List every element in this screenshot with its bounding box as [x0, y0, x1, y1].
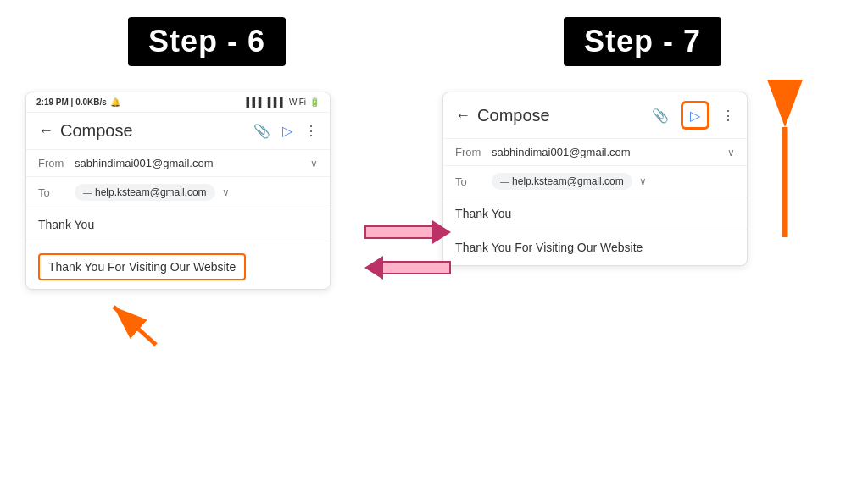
from-chevron-right: ∨: [727, 147, 735, 158]
signal-icons: ▌▌▌ ▌▌▌ WiFi 🔋: [246, 97, 320, 107]
left-arrow-head: [364, 256, 383, 280]
subject-field-left: Thank You: [26, 208, 330, 241]
subject-text-left: Thank You: [38, 218, 94, 231]
chip-icon-right: —: [500, 177, 509, 186]
send-icon-right: ▷: [690, 108, 700, 124]
left-panel-inner: Step - 6 2:19 PM | 0.0KB/s 🔔 ▌▌▌ ▌▌▌ WiF…: [25, 17, 388, 349]
status-bar-left: 2:19 PM | 0.0KB/s 🔔 ▌▌▌ ▌▌▌ WiFi 🔋: [26, 92, 330, 113]
right-arrow-head: [432, 220, 451, 244]
body-field-right: Thank You For Visiting Our Website: [443, 230, 747, 265]
right-arrow-body: [364, 225, 432, 239]
left-orange-arrow-svg: [88, 290, 190, 349]
to-email-left: help.ksteam@gmail.com: [95, 186, 207, 198]
to-chip-left: — help.ksteam@gmail.com: [75, 184, 215, 201]
left-panel: Step - 6 2:19 PM | 0.0KB/s 🔔 ▌▌▌ ▌▌▌ WiF…: [0, 0, 414, 488]
compose-header-right: ← Compose 📎 ▷ ⋮: [443, 92, 747, 139]
to-chevron-left: ∨: [222, 186, 230, 198]
to-chip-right: — help.ksteam@gmail.com: [492, 173, 632, 190]
step-6-phone: 2:19 PM | 0.0KB/s 🔔 ▌▌▌ ▌▌▌ WiFi 🔋 ← Com…: [25, 92, 331, 290]
right-arrow-container: [490, 266, 795, 274]
from-field-right: From sabhindimai001@gmail.com ∨: [443, 139, 747, 166]
left-arrow-body: [383, 261, 451, 274]
to-label-left: To: [38, 186, 68, 199]
left-arrow-container: [54, 290, 359, 349]
from-field-left: From sabhindimai001@gmail.com ∨: [26, 150, 330, 177]
more-icon-right[interactable]: ⋮: [721, 108, 735, 124]
body-field-left: Thank You For Visiting Our Website: [26, 241, 330, 289]
right-orange-arrow-svg: [743, 76, 827, 246]
step-7-badge: Step - 7: [564, 17, 721, 66]
right-panel: Step - 7 ← Compose 📎 ▷ ⋮: [417, 0, 868, 488]
send-icon-left[interactable]: ▷: [282, 123, 292, 139]
from-chevron-left: ∨: [310, 158, 318, 169]
to-field-right: To — help.ksteam@gmail.com ∨: [443, 166, 747, 197]
step-7-phone: ← Compose 📎 ▷ ⋮ From sabhindimai001@gmai…: [442, 92, 748, 266]
right-arrow: [364, 220, 451, 244]
compose-title-left: Compose: [60, 121, 247, 141]
to-field-left: To — help.ksteam@gmail.com ∨: [26, 177, 330, 208]
header-icons-right: 📎 ▷ ⋮: [652, 101, 735, 130]
compose-header-left: ← Compose 📎 ▷ ⋮: [26, 113, 330, 150]
from-email-left: sabhindimai001@gmail.com: [75, 157, 303, 169]
from-email-right: sabhindimai001@gmail.com: [492, 146, 721, 158]
more-icon-left[interactable]: ⋮: [304, 123, 318, 139]
middle-arrows: [364, 220, 451, 280]
left-arrow: [364, 256, 451, 280]
header-icons-left: 📎 ▷ ⋮: [253, 123, 318, 139]
attach-icon-right[interactable]: 📎: [652, 108, 669, 124]
send-button-highlighted[interactable]: ▷: [681, 101, 709, 130]
attach-icon-left[interactable]: 📎: [253, 123, 270, 139]
status-time: 2:19 PM | 0.0KB/s 🔔: [36, 97, 120, 107]
from-label-right: From: [455, 146, 485, 158]
compose-title-right: Compose: [477, 106, 645, 125]
to-label-right: To: [455, 175, 485, 188]
main-container: Step - 6 2:19 PM | 0.0KB/s 🔔 ▌▌▌ ▌▌▌ WiF…: [0, 0, 868, 488]
body-highlighted-left: Thank You For Visiting Our Website: [38, 253, 246, 280]
to-chevron-right: ∨: [639, 175, 647, 187]
back-button-left[interactable]: ←: [38, 122, 53, 140]
back-button-right[interactable]: ←: [455, 107, 470, 125]
chip-icon-left: —: [83, 188, 92, 197]
step-6-badge: Step - 6: [128, 17, 286, 66]
subject-text-right: Thank You: [455, 207, 511, 220]
body-text-right: Thank You For Visiting Our Website: [455, 241, 643, 254]
to-email-right: help.ksteam@gmail.com: [512, 175, 624, 187]
from-label-left: From: [38, 157, 68, 169]
subject-field-right: Thank You: [443, 197, 747, 230]
